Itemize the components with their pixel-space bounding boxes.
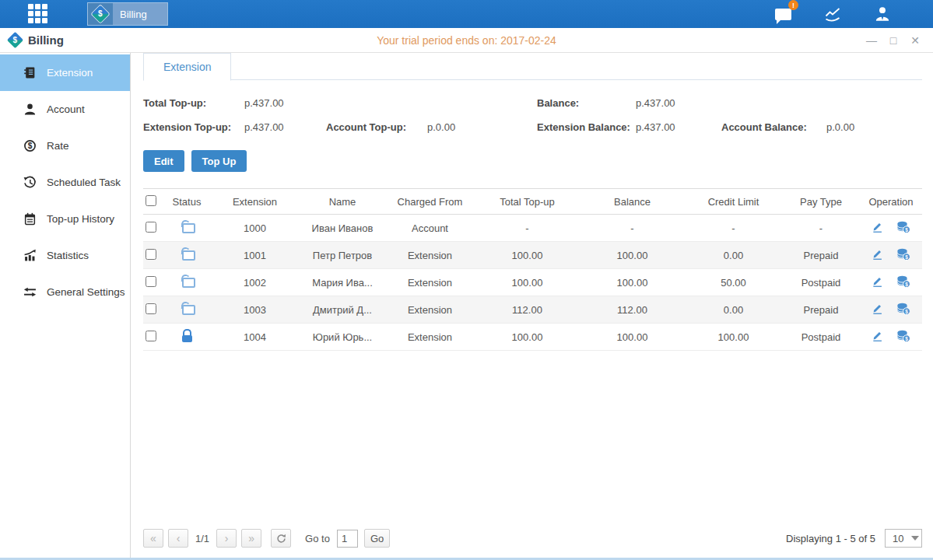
row-checkbox[interactable] — [146, 222, 156, 233]
row-checkbox[interactable] — [146, 276, 156, 287]
sidebar-item-account[interactable]: Account — [0, 91, 130, 128]
svg-text:$: $ — [906, 335, 909, 341]
column-charged-from: Charged From — [385, 189, 475, 215]
edit-row-icon[interactable] — [872, 221, 883, 235]
edit-button[interactable]: Edit — [143, 150, 184, 172]
sidebar-item-topup-history[interactable]: Top-up History — [0, 201, 130, 237]
billing-diamond-icon: $ — [88, 3, 113, 25]
taskbar-tab-billing[interactable]: $ Billing — [87, 2, 168, 26]
tab-extension[interactable]: Extension — [143, 53, 231, 81]
sidebar-item-scheduled-task[interactable]: Scheduled Task — [0, 164, 130, 201]
total-topup-value: p.437.00 — [244, 97, 284, 109]
top-up-row-icon[interactable]: $ — [896, 330, 910, 345]
cell-charged-from: Account — [385, 215, 475, 242]
prev-page-button[interactable]: ‹ — [168, 529, 188, 548]
main-content: Extension Total Top-up: p.437.00 Balance… — [131, 53, 933, 558]
table-row[interactable]: 1003 Дмитрий Д... Extension 112.00 112.0… — [143, 296, 922, 324]
sidebar-label: Rate — [47, 140, 69, 152]
sidebar-item-general-settings[interactable]: General Settings — [0, 274, 130, 310]
cell-charged-from: Extension — [385, 324, 475, 351]
resource-monitor-button[interactable] — [823, 5, 843, 23]
extension-topup-label: Extension Top-up: — [143, 121, 244, 133]
cell-total-topup: 100.00 — [475, 324, 580, 351]
system-topbar: $ Billing ! — [0, 0, 933, 28]
go-button[interactable]: Go — [364, 529, 390, 548]
sidebar-item-statistics[interactable]: Statistics — [0, 237, 130, 274]
app-window: $ Billing ! — [0, 0, 933, 560]
total-topup-label: Total Top-up: — [143, 97, 244, 109]
cell-name: Юрий Юрь... — [300, 324, 385, 351]
edit-row-icon[interactable] — [872, 248, 883, 262]
row-checkbox[interactable] — [146, 303, 156, 314]
cell-name: Иван Иванов — [300, 215, 385, 242]
person-icon — [23, 103, 37, 116]
app-launcher-grid-icon[interactable] — [28, 4, 50, 24]
edit-row-icon[interactable] — [872, 303, 883, 317]
notifications-button[interactable]: ! — [773, 5, 793, 23]
cell-name: Петр Петров — [300, 242, 385, 269]
page-size-value: 10 — [893, 533, 903, 544]
notepad-icon — [23, 212, 37, 226]
cell-total-topup: 112.00 — [475, 296, 580, 324]
svg-text:$: $ — [28, 142, 33, 150]
cell-extension: 1003 — [210, 296, 300, 324]
page-size-select[interactable]: 10 — [885, 529, 922, 548]
displaying-text: Displaying 1 - 5 of 5 — [786, 533, 875, 544]
cell-balance: - — [580, 215, 685, 242]
sidebar-item-extension[interactable]: Extension — [0, 54, 130, 91]
sidebar-item-rate[interactable]: $ Rate — [0, 128, 130, 164]
chevron-down-icon — [911, 536, 919, 541]
maximize-button[interactable]: □ — [886, 34, 900, 47]
lock-status-icon — [181, 302, 193, 315]
edit-row-icon[interactable] — [872, 275, 883, 289]
table-row[interactable]: 1004 Юрий Юрь... Extension 100.00 100.00… — [143, 324, 922, 351]
billing-app-icon: $ — [7, 32, 23, 48]
next-page-button[interactable]: › — [216, 529, 237, 548]
row-checkbox[interactable] — [146, 331, 156, 341]
row-checkbox[interactable] — [146, 249, 156, 260]
cell-credit-limit: 100.00 — [685, 324, 782, 351]
cell-pay-type: Prepaid — [782, 242, 860, 269]
table-row[interactable]: 1001 Петр Петров Extension 100.00 100.00… — [143, 242, 922, 269]
minimize-button[interactable]: — — [865, 34, 879, 47]
edit-row-icon[interactable] — [872, 330, 883, 344]
balance-label: Balance: — [537, 97, 636, 109]
cell-extension: 1001 — [210, 242, 300, 269]
cell-balance: 100.00 — [580, 242, 685, 269]
lock-status-icon — [181, 247, 193, 261]
balance-value: p.437.00 — [636, 97, 675, 109]
cell-extension: 1000 — [210, 215, 300, 242]
account-balance-value: p.0.00 — [826, 121, 854, 133]
first-page-button[interactable]: « — [143, 529, 163, 548]
table-toolbar: Edit Top Up — [143, 150, 922, 172]
table-row[interactable]: 1002 Мария Ива... Extension 100.00 100.0… — [143, 269, 922, 296]
cell-credit-limit: 0.00 — [685, 296, 782, 324]
cell-charged-from: Extension — [385, 242, 475, 269]
table-row[interactable]: 1000 Иван Иванов Account - - - - $ — [143, 215, 922, 242]
cell-total-topup: 100.00 — [475, 269, 580, 296]
extension-topup-value: p.437.00 — [244, 121, 326, 133]
top-up-row-icon[interactable]: $ — [896, 275, 910, 290]
cell-total-topup: 100.00 — [475, 242, 580, 269]
cell-name: Мария Ива... — [300, 269, 385, 296]
sidebar: Extension Account $ Rate — [0, 53, 131, 558]
top-up-row-icon[interactable]: $ — [896, 221, 910, 236]
top-up-row-icon[interactable]: $ — [896, 248, 910, 263]
extension-balance-label: Extension Balance: — [537, 121, 636, 133]
cell-credit-limit: 0.00 — [685, 242, 782, 269]
refresh-button[interactable] — [271, 529, 291, 548]
table-header-row: Status Extension Name Charged From Total… — [143, 189, 922, 215]
top-up-button[interactable]: Top Up — [191, 150, 247, 172]
message-bubble-icon — [775, 9, 791, 20]
column-operation: Operation — [860, 189, 922, 215]
close-button[interactable]: ✕ — [908, 34, 922, 47]
top-up-row-icon[interactable]: $ — [896, 303, 910, 317]
sidebar-label: Scheduled Task — [47, 177, 121, 188]
user-account-button[interactable] — [872, 5, 893, 23]
sidebar-label: Account — [47, 103, 85, 115]
last-page-button[interactable]: » — [241, 529, 261, 548]
cell-pay-type: - — [782, 215, 860, 242]
goto-page-input[interactable] — [337, 530, 358, 548]
svg-text:$: $ — [906, 281, 909, 287]
select-all-checkbox[interactable] — [146, 195, 156, 206]
